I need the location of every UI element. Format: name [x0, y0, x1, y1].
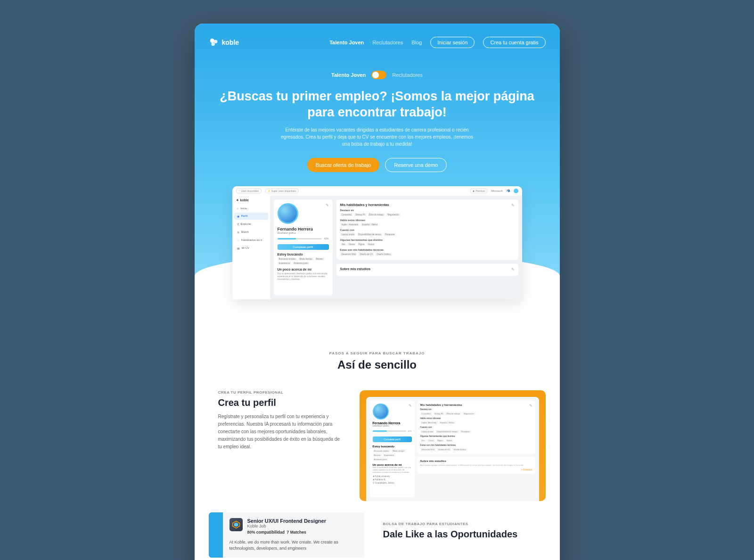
- dashboard-sidebar: ✦ koble ⌂ Inicio ◉ Perfil ⚲ Explorar ≋ M…: [232, 196, 270, 299]
- sidebar-perfil[interactable]: ◉ Perfil: [234, 213, 268, 220]
- sidebar-interesados[interactable]: ♡ Interesados en ti: [234, 237, 268, 244]
- logo[interactable]: koble: [209, 37, 239, 48]
- chip: Jira: [340, 243, 346, 246]
- hero-subtitle: Entérate de las mejores vacantes dirigid…: [278, 126, 476, 148]
- reserve-demo-button[interactable]: Reserve una demo: [385, 158, 447, 172]
- step2-text: BOLSA DE TRABAJO PARA ESTUDIANTES Dale L…: [383, 512, 546, 558]
- skills-card: ✎ Mis habilidades y herramientas Destaco…: [336, 199, 518, 260]
- top-nav: koble Talento Joven Reclutadores Blog In…: [209, 33, 546, 52]
- hero-section: koble Talento Joven Reclutadores Blog In…: [195, 24, 560, 299]
- step1-preview: ✎ Fernando Herrera Diseñador gráfico 42%…: [360, 390, 546, 501]
- svg-point-1: [214, 40, 217, 43]
- edit-icon[interactable]: ✎: [511, 267, 515, 272]
- hero-title: ¿Buscas tu primer empleo? ¡Somos la mejo…: [209, 89, 546, 121]
- studies-card: ✎ Sobre mis estudios: [336, 264, 518, 276]
- svg-point-2: [211, 42, 214, 46]
- chip: Pasaporte: [384, 233, 396, 236]
- superlikes-badge: ⚡ Super Likes disponibles: [265, 189, 299, 193]
- landing-page: koble Talento Joven Reclutadores Blog In…: [195, 24, 560, 560]
- search-jobs-button[interactable]: Buscar oferta de trabajo: [307, 158, 379, 172]
- step1-text: CREA TU PERFIL PROFESIONAL Crea tu perfi…: [209, 390, 341, 451]
- chip: Desarrollo Web: [340, 253, 358, 256]
- sidebar-cv[interactable]: ▤ Mi CV: [234, 245, 268, 252]
- mini-complete-button: Completar perfil: [373, 436, 412, 442]
- section-title: Así de sencillo: [209, 358, 546, 371]
- about-text: Soy un apasionado diseñador gráfico con …: [278, 272, 329, 281]
- notif-icon: 📬: [507, 189, 510, 192]
- chip: Canva: [347, 243, 356, 246]
- profile-percent: 42%: [324, 237, 328, 240]
- signup-button[interactable]: Crea tu cuenta gratis: [483, 37, 545, 48]
- chip: Experiencia: [278, 262, 292, 265]
- chip: Disponibilidad de tiempo: [357, 233, 383, 236]
- toggle-reclutadores[interactable]: Reclutadores: [392, 72, 423, 78]
- chip: Startup Fit: [354, 213, 367, 216]
- chip: Figma: [357, 243, 366, 246]
- toggle-switch[interactable]: [371, 71, 386, 79]
- profile-role: Diseñador gráfico: [278, 231, 329, 234]
- job-accent: [209, 512, 223, 558]
- job-title: Senior UX/UI Frontend Designer: [247, 518, 326, 524]
- chip: Laptop propia: [340, 233, 356, 236]
- edit-icon[interactable]: ✎: [511, 203, 515, 207]
- mini-studies: Sobre mis estudios Aquí puedes agregar c…: [418, 457, 535, 474]
- chip: Ética de trabajo: [368, 213, 385, 216]
- chip: Becario: [315, 257, 325, 261]
- job-logo-icon: [229, 518, 243, 531]
- edit-icon: ✎: [529, 404, 533, 408]
- studies-title: Sobre mis estudios: [340, 267, 515, 271]
- steps-section: PASOS A SEGUIR PARA BUSCAR TRABAJO Así d…: [195, 299, 560, 560]
- nav-talento[interactable]: Talento Joven: [329, 40, 364, 45]
- edit-icon[interactable]: ✎: [326, 203, 329, 207]
- dashboard-topbar: ♡ Likes disponibles ⚡ Super Likes dispon…: [232, 186, 522, 196]
- chip: Negociación: [386, 213, 401, 216]
- chip: Español - Nativo: [361, 223, 379, 226]
- login-button[interactable]: Iniciar sesión: [430, 37, 475, 48]
- job-description: At Koble, we do more than work. We creat…: [229, 539, 358, 552]
- chip: Ambiente joven: [292, 262, 310, 265]
- job-company: Koble Job: [247, 524, 326, 528]
- chip: Buscando empleo: [278, 257, 297, 261]
- chip: Notion: [367, 243, 376, 246]
- edit-icon: ✎: [409, 404, 412, 408]
- sidebar-inicio[interactable]: ⌂ Inicio: [234, 205, 268, 212]
- sidebar-match[interactable]: ≋ Match: [234, 229, 268, 236]
- avatar-icon: [514, 189, 518, 193]
- step1-row: CREA TU PERFIL PROFESIONAL Crea tu perfi…: [209, 390, 546, 501]
- nav-reclutadores[interactable]: Reclutadores: [372, 40, 403, 45]
- svg-point-0: [210, 39, 214, 43]
- likes-badge: ♡ Likes disponibles: [236, 189, 262, 193]
- chip: Diseño de UX: [358, 253, 374, 256]
- section-eyebrow: PASOS A SEGUIR PARA BUSCAR TRABAJO: [209, 351, 546, 355]
- mini-avatar: [373, 404, 389, 420]
- sidebar-explorar[interactable]: ⚲ Explorar: [234, 221, 268, 228]
- hero-ctas: Buscar oferta de trabajo Reserve una dem…: [209, 158, 546, 172]
- svg-marker-4: [234, 522, 238, 527]
- about-title: Un poco acerca de mí: [278, 268, 329, 271]
- mini-profile: ✎ Fernando Herrera Diseñador gráfico 42%…: [370, 401, 415, 497]
- dashboard-preview: ♡ Likes disponibles ⚡ Super Likes dispon…: [232, 186, 522, 299]
- nav-links: Talento Joven Reclutadores Blog Iniciar …: [329, 37, 545, 48]
- chip: Inglés - Avanzado: [340, 223, 360, 226]
- profile-avatar: [278, 203, 298, 224]
- chip: Diseño Gráfico: [375, 253, 392, 256]
- chip: Curiosidad: [340, 213, 353, 216]
- profile-name: Fernando Herrera: [278, 227, 329, 231]
- add-studies-button: + Estudios: [420, 468, 533, 471]
- skills-title: Mis habilidades y herramientas: [340, 203, 515, 206]
- logo-icon: [209, 37, 219, 48]
- chip: Medio tiempo: [298, 257, 314, 261]
- looking-title: Estoy buscando: [278, 253, 329, 256]
- profile-card: ✎ Fernando Herrera Diseñador gráfico 42%…: [274, 199, 333, 296]
- user-name: Microsoft: [491, 189, 502, 192]
- nav-blog[interactable]: Blog: [411, 40, 422, 45]
- toggle-talento[interactable]: Talento Joven: [331, 72, 366, 78]
- sidebar-logo: ✦ koble: [234, 198, 268, 205]
- complete-profile-button[interactable]: Completar perfil: [278, 244, 329, 250]
- premium-badge: ◆ Premium: [470, 189, 487, 193]
- step2-row: Senior UX/UI Frontend Designer Koble Job…: [209, 512, 546, 558]
- mini-skills: ✎ Mis habilidades y herramientas Destaco…: [418, 401, 535, 454]
- job-card: Senior UX/UI Frontend Designer Koble Job…: [209, 512, 364, 558]
- audience-toggle: Talento Joven Reclutadores: [209, 71, 546, 79]
